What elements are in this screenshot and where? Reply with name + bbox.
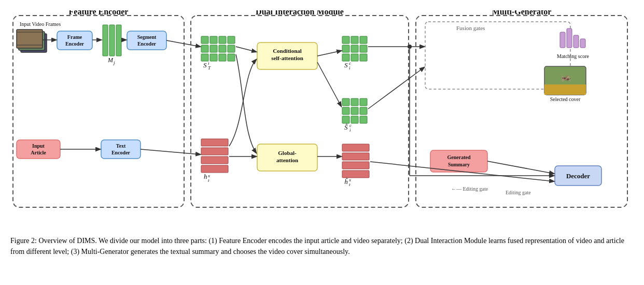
svg-rect-43 — [228, 45, 235, 52]
svg-text:c: c — [349, 61, 351, 66]
svg-rect-6 — [21, 34, 47, 52]
svg-text:Feature Encoder: Feature Encoder — [69, 10, 129, 16]
svg-rect-87 — [342, 162, 369, 169]
svg-rect-75 — [342, 116, 349, 123]
svg-text:Summary: Summary — [448, 162, 470, 167]
svg-text:Encoder: Encoder — [137, 41, 157, 47]
arrows-overlay: Feature Encoder Dual Interaction Module … — [10, 10, 633, 228]
svg-rect-7 — [19, 32, 45, 50]
caption-text: Figure 2: Overview of DIMS. We divide ou… — [10, 237, 624, 255]
svg-rect-103 — [573, 35, 579, 48]
svg-rect-81 — [360, 116, 367, 123]
svg-text:Selected cover: Selected cover — [550, 96, 581, 102]
svg-rect-0 — [13, 16, 184, 207]
svg-rect-64 — [351, 36, 358, 44]
svg-rect-76 — [351, 98, 358, 106]
svg-rect-20 — [127, 31, 166, 50]
svg-text:S: S — [344, 61, 348, 69]
svg-text:c: c — [349, 123, 352, 128]
svg-rect-101 — [560, 32, 565, 48]
svg-rect-78 — [351, 116, 358, 123]
svg-rect-37 — [210, 45, 217, 52]
svg-rect-41 — [219, 54, 226, 61]
svg-text:Input Video Frames: Input Video Frames — [20, 21, 61, 27]
svg-rect-61 — [342, 36, 349, 44]
svg-rect-63 — [342, 54, 349, 61]
svg-rect-113 — [555, 166, 601, 186]
svg-rect-23 — [17, 140, 60, 159]
svg-text:i: i — [349, 127, 351, 133]
svg-rect-67 — [360, 36, 367, 44]
svg-rect-86 — [342, 153, 369, 160]
svg-text:Global-: Global- — [278, 150, 297, 156]
svg-rect-1 — [191, 16, 409, 207]
svg-rect-110 — [430, 150, 487, 172]
figure-caption: Figure 2: Overview of DIMS. We divide ou… — [10, 235, 633, 257]
svg-text:Dual Interaction Module: Dual Interaction Module — [256, 10, 344, 16]
svg-text:self-attention: self-attention — [271, 55, 303, 61]
svg-text:i: i — [208, 61, 209, 66]
svg-rect-77 — [351, 107, 358, 115]
svg-text:Multi-Generator: Multi-Generator — [492, 10, 552, 16]
svg-text:🦗: 🦗 — [560, 72, 572, 83]
svg-text:Segment: Segment — [137, 34, 157, 40]
svg-text:M: M — [107, 56, 114, 64]
svg-rect-2 — [416, 16, 627, 207]
svg-rect-102 — [567, 28, 572, 48]
svg-text:Decoder: Decoder — [566, 172, 590, 180]
svg-line-97 — [166, 40, 200, 47]
svg-text:Frame: Frame — [67, 34, 82, 40]
svg-text:x: x — [207, 173, 210, 178]
svg-text:T: T — [208, 65, 211, 70]
svg-rect-99 — [425, 22, 570, 89]
svg-point-117 — [408, 45, 412, 49]
svg-text:t: t — [208, 178, 209, 183]
svg-line-92 — [236, 47, 256, 52]
svg-text:Ŝ: Ŝ — [344, 123, 348, 131]
svg-text:S: S — [203, 61, 207, 69]
svg-text:←— Editing gate: ←— Editing gate — [451, 186, 488, 192]
svg-text:Encoder: Encoder — [65, 41, 85, 47]
svg-rect-39 — [219, 36, 226, 44]
svg-text:x: x — [348, 177, 351, 182]
svg-text:Editing gate: Editing gate — [506, 190, 531, 195]
svg-rect-107 — [544, 84, 586, 95]
svg-line-98 — [141, 149, 200, 154]
diagram-wrapper: Feature Encoder Dual Interaction Module … — [10, 10, 633, 228]
svg-text:Matching score: Matching score — [557, 53, 589, 59]
svg-rect-58 — [257, 144, 317, 171]
svg-rect-17 — [116, 25, 121, 56]
svg-rect-68 — [360, 45, 367, 52]
svg-rect-34 — [201, 45, 208, 52]
svg-text:Encoder: Encoder — [111, 150, 131, 155]
svg-rect-38 — [210, 54, 217, 61]
svg-rect-106 — [544, 66, 586, 95]
svg-rect-73 — [342, 98, 349, 106]
svg-text:Article: Article — [31, 150, 46, 155]
svg-rect-48 — [201, 139, 228, 146]
svg-rect-74 — [342, 107, 349, 115]
svg-text:Text: Text — [116, 143, 126, 149]
svg-text:ĥ: ĥ — [344, 178, 348, 186]
svg-rect-12 — [57, 31, 92, 50]
svg-rect-42 — [228, 36, 235, 44]
svg-rect-66 — [351, 54, 358, 61]
svg-rect-88 — [342, 170, 369, 178]
svg-rect-79 — [360, 98, 367, 106]
svg-rect-49 — [201, 148, 228, 155]
svg-line-93 — [317, 51, 341, 56]
svg-rect-80 — [360, 107, 367, 115]
svg-rect-51 — [201, 165, 228, 173]
svg-text:Conditional: Conditional — [273, 48, 302, 54]
svg-rect-69 — [360, 54, 367, 61]
svg-line-120 — [368, 67, 424, 109]
svg-text:t: t — [349, 182, 351, 187]
svg-rect-44 — [228, 54, 235, 61]
svg-rect-40 — [219, 45, 226, 52]
svg-text:Input: Input — [32, 143, 45, 149]
svg-rect-50 — [201, 156, 228, 164]
svg-rect-36 — [210, 36, 217, 44]
svg-rect-16 — [109, 25, 115, 56]
svg-rect-85 — [342, 144, 369, 151]
svg-rect-15 — [103, 25, 108, 56]
